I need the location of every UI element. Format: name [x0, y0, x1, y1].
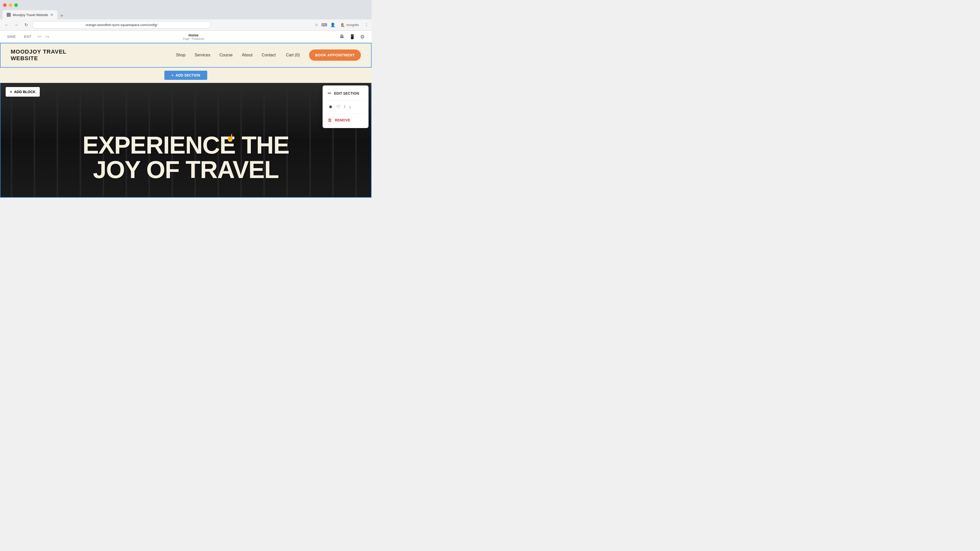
nav-link-contact[interactable]: Contact	[262, 53, 275, 57]
page-name: Home	[53, 33, 334, 37]
address-bar: ← → ↻ ☆ ⌨ 👤 🕵 Incognito ⋮	[0, 19, 372, 30]
new-tab-button[interactable]: +	[59, 12, 65, 19]
nav-secondary: Cart (0) BOOK APPOINTMENT	[286, 49, 361, 61]
maximize-window-button[interactable]	[14, 3, 18, 7]
site-header: MOODJOY TRAVEL WEBSITE Shop Services Cou…	[0, 43, 372, 68]
editor-toolbar: SAVE EXIT ↩ ↪ Home Page · Published 🖶 📱 …	[0, 30, 372, 43]
address-input[interactable]	[32, 21, 211, 29]
back-button[interactable]: ←	[3, 21, 10, 29]
move-up-icon[interactable]: ↑	[344, 104, 346, 110]
cart-link[interactable]: Cart (0)	[286, 53, 300, 57]
incognito-label: Incognito	[346, 23, 359, 27]
duplicate-icon[interactable]: ◾	[328, 104, 333, 110]
minimize-window-button[interactable]	[9, 3, 12, 7]
tab-close-button[interactable]: ✕	[50, 13, 53, 17]
add-block-plus-icon: +	[10, 90, 12, 94]
remove-section-button[interactable]: 🗑 REMOVE	[326, 116, 366, 125]
remove-label: REMOVE	[335, 118, 350, 122]
window-controls	[3, 3, 18, 7]
nav-link-course[interactable]: Course	[220, 53, 233, 57]
customize-button[interactable]: ⚙	[358, 33, 366, 41]
favorite-icon[interactable]: ♡	[336, 104, 340, 110]
incognito-badge: 🕵 Incognito	[339, 22, 361, 28]
nav-link-shop[interactable]: Shop	[176, 53, 185, 57]
hero-text-overlay: EXPERIENCE THE JOY OF TRAVEL	[0, 133, 371, 182]
add-section-button[interactable]: + ADD SECTION	[164, 71, 207, 80]
context-menu: ✏ EDIT SECTION ◾ ♡ ↑ ↓ 🗑 REMOVE	[323, 86, 369, 128]
website-content: MOODJOY TRAVEL WEBSITE Shop Services Cou…	[0, 43, 372, 198]
save-button[interactable]: SAVE	[5, 34, 18, 40]
browser-tab[interactable]: Moodjoy Travel Website ✕	[3, 10, 57, 19]
forward-button[interactable]: →	[13, 21, 20, 29]
site-nav: Shop Services Course About Contact Cart …	[176, 49, 361, 61]
context-icons-row: ◾ ♡ ↑ ↓	[326, 103, 366, 111]
tab-favicon	[6, 13, 11, 17]
hero-title-line1: EXPERIENCE THE	[0, 133, 371, 157]
redo-button[interactable]: ↪	[45, 34, 49, 40]
context-divider-2	[326, 113, 366, 114]
incognito-icon: 🕵	[341, 23, 345, 27]
address-actions: ☆ ⌨ 👤 🕵 Incognito ⋮	[315, 22, 369, 28]
browser-chrome: Moodjoy Travel Website ✕ + ← → ↻ ☆ ⌨ 👤 🕵…	[0, 0, 372, 30]
trash-icon: 🗑	[328, 118, 332, 123]
title-bar	[0, 0, 372, 10]
undo-button[interactable]: ↩	[38, 34, 41, 40]
add-section-bar: + ADD SECTION	[0, 68, 372, 83]
close-window-button[interactable]	[3, 3, 6, 7]
page-info: Home Page · Published	[53, 33, 334, 40]
nav-link-about[interactable]: About	[242, 53, 253, 57]
page-status: Page · Published	[53, 37, 334, 40]
menu-dots-icon[interactable]: ⋮	[364, 22, 369, 27]
move-down-icon[interactable]: ↓	[349, 104, 351, 110]
edit-pencil-icon: ✏	[328, 91, 331, 96]
edit-section-button[interactable]: ✏ EDIT SECTION	[326, 89, 366, 98]
view-toggles: 🖶 📱 ⚙	[338, 33, 366, 41]
tab-title: Moodjoy Travel Website	[13, 13, 48, 17]
profile-icon[interactable]: 👤	[330, 22, 335, 27]
hero-section[interactable]: + ADD BLOCK EXPERIENCE THE JOY OF TRAVEL…	[0, 83, 372, 198]
desktop-view-button[interactable]: 🖶	[338, 33, 346, 41]
hero-title-line2: JOY OF TRAVEL	[0, 157, 371, 182]
refresh-button[interactable]: ↻	[22, 21, 30, 29]
extensions-icon[interactable]: ⌨	[321, 22, 327, 27]
bookmark-icon[interactable]: ☆	[315, 22, 318, 27]
tab-bar: Moodjoy Travel Website ✕ +	[0, 10, 372, 19]
exit-button[interactable]: EXIT	[22, 34, 33, 40]
add-block-button[interactable]: + ADD BLOCK	[6, 87, 40, 97]
edit-section-label: EDIT SECTION	[334, 91, 359, 95]
nav-links: Shop Services Course About Contact	[176, 53, 275, 57]
mobile-view-button[interactable]: 📱	[348, 33, 356, 41]
nav-link-services[interactable]: Services	[195, 53, 210, 57]
book-appointment-button[interactable]: BOOK APPOINTMENT	[309, 49, 361, 61]
plus-icon: +	[172, 73, 173, 77]
site-logo: MOODJOY TRAVEL WEBSITE	[11, 48, 82, 62]
